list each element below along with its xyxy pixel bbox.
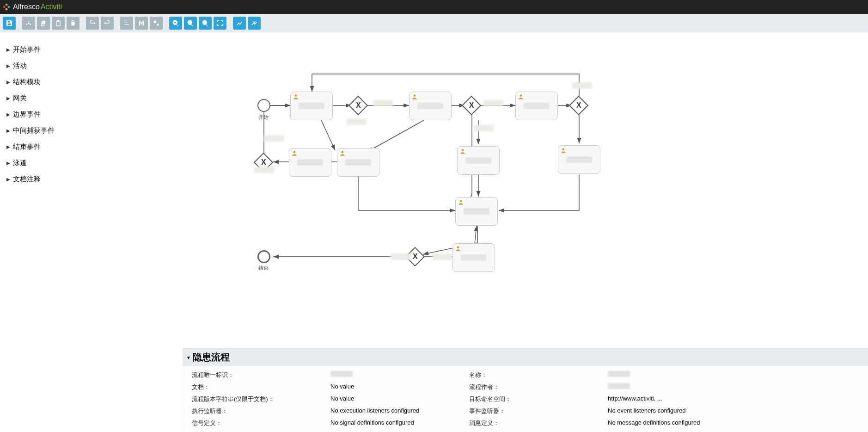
prop-value[interactable]: No value [330, 383, 465, 391]
prop-value[interactable] [330, 371, 465, 379]
svg-point-9 [342, 151, 344, 153]
diagram-canvas[interactable]: 开始 结束 X X X X X [183, 32, 868, 348]
bendpoint-add-button[interactable] [233, 17, 246, 30]
palette-sidebar: 开始事件 活动 结构模块 网关 边界事件 中间捕获事件 结束事件 泳道 文档注释 [0, 32, 183, 432]
svg-point-4 [238, 23, 239, 24]
prop-value[interactable]: No value [330, 395, 465, 403]
user-task-8[interactable] [558, 145, 600, 174]
end-event-label: 结束 [258, 265, 269, 272]
user-icon [291, 150, 298, 156]
user-icon [518, 93, 524, 100]
svg-point-10 [462, 149, 464, 151]
properties-header[interactable]: 隐患流程 [183, 348, 868, 366]
sidebar-item-start-events[interactable]: 开始事件 [5, 42, 178, 58]
prop-value[interactable] [608, 383, 742, 391]
prop-label: 执行监听器： [192, 407, 326, 415]
sidebar-item-label: 结束事件 [13, 142, 41, 151]
user-task-9[interactable] [452, 243, 495, 272]
prop-label: 事件监听器： [469, 407, 603, 415]
sidebar-item-label: 网关 [13, 94, 27, 103]
zoom-fit-button[interactable] [214, 17, 226, 30]
align-button[interactable] [120, 17, 133, 30]
prop-label: 文档： [192, 383, 326, 391]
properties-title: 隐患流程 [193, 351, 230, 364]
properties-grid: 流程唯一标识： 名称： 文档： No value 流程作者： 流程版本字符串(仅… [183, 366, 868, 432]
delete-button[interactable] [67, 17, 79, 30]
sidebar-item-label: 中间捕获事件 [13, 126, 55, 135]
prop-label: 名称： [469, 371, 603, 379]
user-task-2[interactable] [409, 92, 452, 120]
user-task-5[interactable] [337, 148, 379, 177]
prop-value[interactable] [608, 371, 742, 379]
save-button[interactable] [3, 17, 16, 30]
user-task-7[interactable] [457, 146, 500, 175]
svg-point-0 [6, 4, 8, 6]
sidebar-item-label: 活动 [13, 62, 27, 70]
sidebar-item-catch-events[interactable]: 中间捕获事件 [5, 123, 178, 139]
brand-activiti: Activiti [41, 3, 62, 11]
sidebar-item-swimlanes[interactable]: 泳道 [5, 155, 178, 171]
user-icon [458, 199, 464, 205]
sidebar-item-gateways[interactable]: 网关 [5, 90, 178, 106]
zoom-reset-button[interactable] [199, 17, 212, 30]
zoom-out-button[interactable] [184, 17, 197, 30]
prop-label: 流程作者： [469, 383, 603, 391]
sidebar-item-structural[interactable]: 结构模块 [5, 74, 178, 90]
flow-edges [183, 32, 868, 301]
user-task-6[interactable] [455, 197, 498, 226]
user-icon [411, 93, 418, 100]
sidebar-item-label: 开始事件 [13, 45, 41, 54]
sidebar-item-label: 边界事件 [13, 110, 41, 119]
prop-label: 流程版本字符串(仅限于文档)： [192, 395, 326, 403]
sidebar-item-label: 泳道 [13, 159, 27, 167]
zoom-in-button[interactable] [169, 17, 182, 30]
sidebar-item-artifacts[interactable]: 文档注释 [5, 171, 178, 187]
user-task-4[interactable] [289, 148, 331, 177]
sidebar-item-label: 文档注释 [13, 175, 41, 184]
svg-point-6 [414, 94, 416, 97]
sidebar-item-end-events[interactable]: 结束事件 [5, 139, 178, 155]
sidebar-item-boundary-events[interactable]: 边界事件 [5, 106, 178, 123]
prop-value[interactable]: No execution listeners configured [330, 407, 465, 415]
start-event[interactable] [257, 99, 270, 112]
copy-button[interactable] [37, 17, 50, 30]
svg-point-13 [457, 246, 459, 248]
svg-point-8 [293, 151, 296, 153]
user-task-1[interactable] [290, 92, 333, 120]
prop-value[interactable]: No signal definitions configured [330, 419, 465, 427]
cut-button[interactable] [22, 17, 35, 30]
undo-button[interactable] [101, 17, 114, 30]
prop-value[interactable]: No message definitions configured [608, 419, 742, 427]
alfresco-logo-icon [2, 2, 11, 12]
bendpoint-remove-button[interactable] [248, 17, 261, 30]
svg-point-11 [562, 148, 565, 150]
svg-point-7 [520, 94, 522, 97]
end-event[interactable] [257, 250, 270, 263]
canvas-area: 开始 结束 X X X X X [183, 32, 868, 432]
user-icon [339, 150, 346, 156]
user-icon [459, 148, 466, 154]
svg-point-12 [460, 200, 462, 202]
start-event-label: 开始 [258, 114, 269, 121]
app-header: Alfresco Activiti [0, 0, 868, 14]
prop-value[interactable]: http://www.activiti. ... [608, 395, 742, 403]
brand-alfresco: Alfresco [13, 3, 40, 11]
user-icon [560, 147, 567, 154]
redo-button[interactable] [86, 17, 99, 30]
prop-label: 消息定义： [469, 419, 603, 427]
prop-label: 流程唯一标识： [192, 371, 326, 379]
svg-point-3 [3, 6, 6, 8]
svg-point-2 [6, 8, 8, 11]
toolbar [0, 14, 868, 32]
properties-panel: 隐患流程 流程唯一标识： 名称： 文档： No value 流程作者： 流程版本… [183, 348, 868, 432]
user-icon [455, 245, 461, 252]
paste-button[interactable] [52, 17, 65, 30]
prop-label: 信号定义： [192, 419, 326, 427]
size-button[interactable] [150, 17, 163, 30]
distribute-button[interactable] [135, 17, 148, 30]
sidebar-item-label: 结构模块 [13, 78, 41, 86]
svg-point-5 [295, 94, 297, 97]
user-task-3[interactable] [515, 92, 558, 120]
prop-value[interactable]: No event listeners configured [608, 407, 742, 415]
sidebar-item-activities[interactable]: 活动 [5, 58, 178, 74]
